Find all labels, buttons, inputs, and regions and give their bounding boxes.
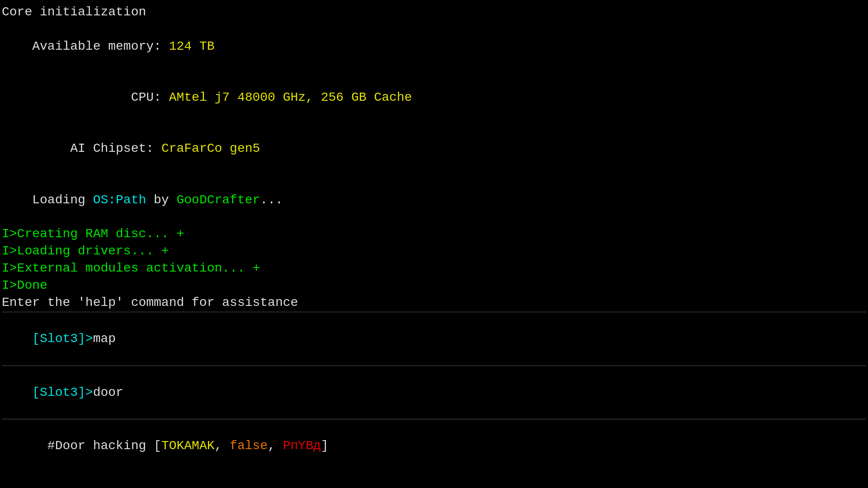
map-command-text: map [93, 332, 116, 346]
cpu-value: AMtel j7 48000 GHz, 256 GB Cache [169, 90, 412, 104]
divider-2 [2, 366, 866, 366]
memory-label: Available memory: [32, 39, 169, 53]
door-param3: РпYВд [283, 439, 321, 453]
door-hacking-header: #Door hacking [TOKAMAK, false, РпYВд] [2, 420, 866, 471]
door-sep1: , [215, 439, 230, 453]
loading-drivers-line: I>Loading drivers... + [2, 243, 866, 260]
door-hacking-section: #Door hacking [TOKAMAK, false, РпYВд] ——… [2, 420, 866, 488]
terminal: Core initialization Available memory: 12… [0, 0, 868, 488]
creating-ram-line: I>Creating RAM disc... + [2, 225, 866, 243]
door-param1: TOKAMAK [161, 439, 215, 453]
ellipsis-text: ... [260, 193, 283, 207]
door-command-text: door [93, 385, 123, 399]
chipset-line: AI Chipset: CraFarCo gen5 [2, 123, 866, 174]
divider-1 [2, 312, 866, 312]
core-init-line: Core initialization [2, 4, 866, 21]
door-sep2: , [268, 439, 283, 453]
map-prompt: [Slot3]> [32, 332, 93, 346]
by-text: by [146, 193, 176, 207]
door-command-line: [Slot3]>door [2, 367, 866, 418]
memory-line: Available memory: 124 TB [2, 21, 866, 72]
os-path-text: OS:Path [93, 193, 146, 207]
map-command-line: [Slot3]>map [2, 313, 866, 364]
door-prompt: [Slot3]> [32, 385, 93, 399]
author-text: GooDCrafter [176, 193, 260, 207]
loading-prefix: Loading [32, 193, 93, 207]
memory-value: 124 TB [169, 39, 215, 53]
chipset-label: AI Chipset: [32, 141, 161, 155]
help-hint-line: Enter the 'help' command for assistance [2, 294, 866, 311]
door-hacking-label: #Door hacking [ [47, 439, 161, 453]
ext-modules-line: I>External modules activation... + [2, 260, 866, 277]
loading-os-line: Loading OS:Path by GooDCrafter... [2, 174, 866, 225]
door-close: ] [321, 439, 329, 453]
door-param2: false [230, 439, 268, 453]
cpu-line: CPU: AMtel j7 48000 GHz, 256 GB Cache [2, 72, 866, 123]
chipset-value: CraFarCo gen5 [161, 141, 260, 155]
cpu-label: CPU: [32, 90, 169, 104]
done-line: I>Done [2, 277, 866, 294]
divider-3 [2, 419, 866, 419]
door-hacking-row1: ——→[zlkefwj]:10 [2, 472, 866, 488]
